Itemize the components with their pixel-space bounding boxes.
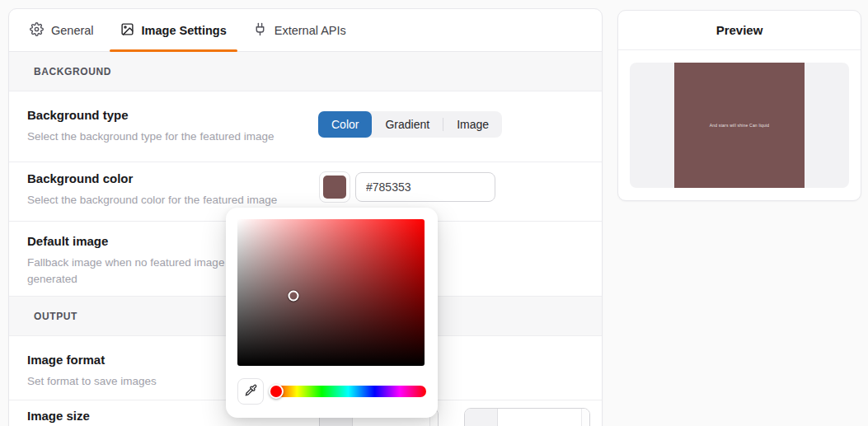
picker-controls [237, 378, 426, 405]
eyedropper-icon [245, 384, 257, 399]
setting-label: Background type [27, 108, 589, 122]
section-title: BACKGROUND [34, 66, 111, 77]
setting-description: Select the background type for the featu… [27, 129, 312, 145]
saturation-value-area[interactable] [237, 219, 425, 366]
preview-image: And stars will shine Can liquid [674, 63, 805, 188]
setting-label: Background color [27, 171, 589, 185]
preview-title: Preview [618, 11, 861, 50]
saturation-cursor[interactable] [289, 291, 299, 302]
setting-description: Select the background color for the feat… [27, 192, 312, 208]
stepper-increment-button[interactable] [581, 409, 589, 426]
hue-track[interactable] [270, 386, 426, 397]
color-picker-popup [226, 208, 438, 418]
hue-thumb[interactable] [269, 384, 284, 399]
stepper-value-field[interactable] [498, 409, 581, 426]
segment-gradient[interactable]: Gradient [372, 111, 443, 138]
segment-image[interactable]: Image [443, 111, 502, 138]
tab-external-apis[interactable]: External APIs [242, 9, 357, 51]
tab-image-settings[interactable]: Image Settings [110, 9, 237, 51]
row-background-type: Background type Select the background ty… [9, 91, 602, 162]
tab-general[interactable]: General [19, 9, 105, 51]
section-title: OUTPUT [34, 311, 77, 322]
preview-caption: And stars will shine Can liquid [710, 123, 770, 128]
preview-body: And stars will shine Can liquid [618, 50, 861, 200]
background-type-segmented-control: Color Gradient Image [318, 111, 502, 138]
tab-bar: General Image Settings External APIs [9, 9, 602, 52]
hex-color-input[interactable] [355, 172, 495, 202]
hue-slider[interactable] [270, 378, 426, 405]
section-header-background: BACKGROUND [9, 52, 602, 91]
preview-panel: Preview And stars will shine Can liquid [617, 10, 861, 201]
segment-color[interactable]: Color [318, 111, 372, 138]
tab-label: External APIs [274, 24, 346, 37]
preview-area: And stars will shine Can liquid [630, 63, 849, 188]
color-swatch-button[interactable] [319, 171, 350, 203]
tab-label: Image Settings [142, 24, 227, 37]
gear-icon [30, 22, 44, 39]
color-swatch [323, 176, 346, 199]
image-icon [120, 22, 134, 39]
plug-icon [253, 22, 267, 39]
eyedropper-button[interactable] [237, 378, 264, 405]
image-height-stepper[interactable] [464, 408, 590, 426]
stepper-decrement-button[interactable] [465, 409, 498, 426]
tab-label: General [51, 24, 94, 37]
